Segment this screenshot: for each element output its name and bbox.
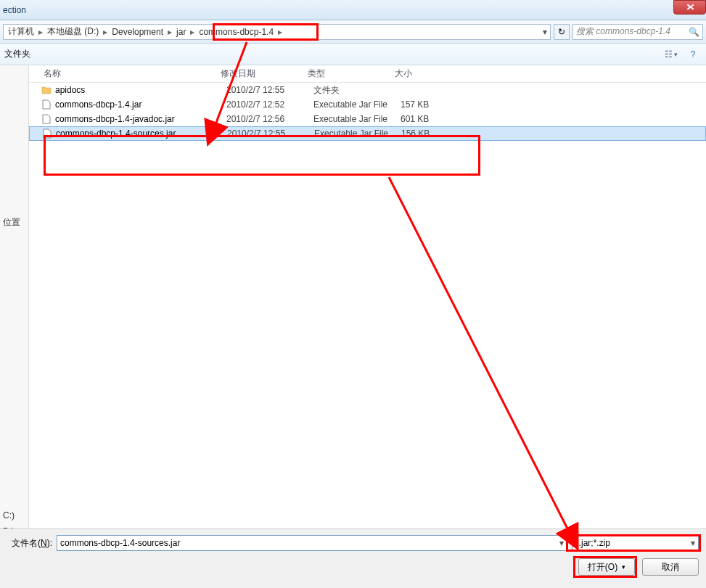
view-options-button[interactable]: ☷▾ xyxy=(662,47,680,62)
crumb-computer[interactable]: 计算机 xyxy=(7,25,36,38)
filename-label: 文件名(N): xyxy=(12,537,52,550)
column-name[interactable]: 名称 xyxy=(29,68,215,80)
title-bar: ection ✕ xyxy=(0,0,706,20)
chevron-right-icon: ▸ xyxy=(166,27,173,37)
close-icon: ✕ xyxy=(685,2,694,12)
column-size[interactable]: 大小 xyxy=(389,68,447,80)
filename-input[interactable]: commons-dbcp-1.4-sources.jar ▾ xyxy=(57,535,567,551)
column-date[interactable]: 修改日期 xyxy=(215,68,302,80)
file-name: commons-dbcp-1.4.jar xyxy=(55,99,226,110)
refresh-icon: ↻ xyxy=(558,27,565,37)
new-folder-button[interactable]: 文件夹 xyxy=(4,48,30,60)
open-button[interactable]: 打开(O) ▾ xyxy=(578,558,635,576)
file-type: Executable Jar File xyxy=(313,99,401,110)
filename-value: commons-dbcp-1.4-sources.jar xyxy=(60,538,180,548)
file-date: 2010/2/7 12:55 xyxy=(227,128,314,139)
file-type: Executable Jar File xyxy=(314,128,401,139)
cancel-button[interactable]: 取消 xyxy=(642,558,699,576)
chevron-right-icon: ▸ xyxy=(189,27,196,37)
chevron-right-icon: ▸ xyxy=(276,27,284,37)
refresh-button[interactable]: ↻ xyxy=(554,24,570,40)
chevron-down-icon[interactable]: ▾ xyxy=(559,538,564,548)
table-row[interactable]: apidocs2010/2/7 12:55文件夹 xyxy=(29,83,706,97)
file-icon xyxy=(41,113,52,125)
column-type[interactable]: 类型 xyxy=(302,68,389,80)
file-name: commons-dbcp-1.4-sources.jar xyxy=(56,128,227,139)
file-list: 名称 修改日期 类型 大小 apidocs2010/2/7 12:55文件夹co… xyxy=(29,65,706,528)
chevron-down-icon: ▾ xyxy=(622,563,625,571)
search-input[interactable]: 搜索 commons-dbcp-1.4 🔍 xyxy=(572,24,703,40)
sidebar-drive-c[interactable]: C:) xyxy=(1,507,27,523)
file-icon xyxy=(41,99,52,110)
file-date: 2010/2/7 12:52 xyxy=(226,99,313,110)
table-row[interactable]: commons-dbcp-1.4-sources.jar2010/2/7 12:… xyxy=(29,126,706,141)
crumb-commons-dbcp[interactable]: commons-dbcp-1.4 xyxy=(197,27,275,37)
folder-icon xyxy=(41,84,52,96)
table-row[interactable]: commons-dbcp-1.4.jar2010/2/7 12:52Execut… xyxy=(29,97,706,112)
crumb-jar[interactable]: jar xyxy=(175,27,187,37)
help-button[interactable]: ? xyxy=(684,47,702,62)
file-type: 文件夹 xyxy=(313,84,401,97)
chevron-down-icon: ▾ xyxy=(674,51,678,58)
file-size: 157 KB xyxy=(401,99,459,110)
file-name: apidocs xyxy=(55,85,226,95)
file-date: 2010/2/7 12:55 xyxy=(226,85,313,95)
chevron-down-icon[interactable]: ▾ xyxy=(691,538,695,548)
crumb-drive-d[interactable]: 本地磁盘 (D:) xyxy=(46,25,100,38)
file-icon xyxy=(41,128,53,139)
breadcrumb[interactable]: 计算机 ▸ 本地磁盘 (D:) ▸ Development ▸ jar ▸ co… xyxy=(3,24,551,40)
chevron-right-icon: ▸ xyxy=(102,27,109,37)
search-placeholder: 搜索 commons-dbcp-1.4 xyxy=(576,25,670,38)
window-title: ection xyxy=(3,5,26,15)
filetype-combo[interactable]: *.jar;*.zip ▾ xyxy=(572,535,699,551)
sidebar-location-label: 位置 xyxy=(1,213,27,232)
crumb-development[interactable]: Development xyxy=(110,27,165,37)
help-icon: ? xyxy=(691,49,696,60)
sidebar: 位置 C:) D:) xyxy=(0,65,29,528)
file-type: Executable Jar File xyxy=(313,114,401,124)
toolbar: 文件夹 ☷▾ ? xyxy=(0,44,706,65)
address-row: 计算机 ▸ 本地磁盘 (D:) ▸ Development ▸ jar ▸ co… xyxy=(0,20,706,44)
file-size: 601 KB xyxy=(401,114,459,124)
chevron-down-icon[interactable]: ▾ xyxy=(543,27,547,37)
view-icon: ☷ xyxy=(665,49,673,60)
file-size: 156 KB xyxy=(401,128,459,139)
file-name: commons-dbcp-1.4-javadoc.jar xyxy=(55,114,226,124)
chevron-right-icon: ▸ xyxy=(37,27,44,37)
table-row[interactable]: commons-dbcp-1.4-javadoc.jar2010/2/7 12:… xyxy=(29,112,706,126)
bottom-bar: 文件名(N): commons-dbcp-1.4-sources.jar ▾ *… xyxy=(0,528,706,588)
column-headers: 名称 修改日期 类型 大小 xyxy=(29,65,706,83)
file-date: 2010/2/7 12:56 xyxy=(226,114,313,124)
search-icon: 🔍 xyxy=(689,27,699,37)
filetype-value: *.jar;*.zip xyxy=(575,538,610,548)
close-button[interactable]: ✕ xyxy=(673,0,706,15)
